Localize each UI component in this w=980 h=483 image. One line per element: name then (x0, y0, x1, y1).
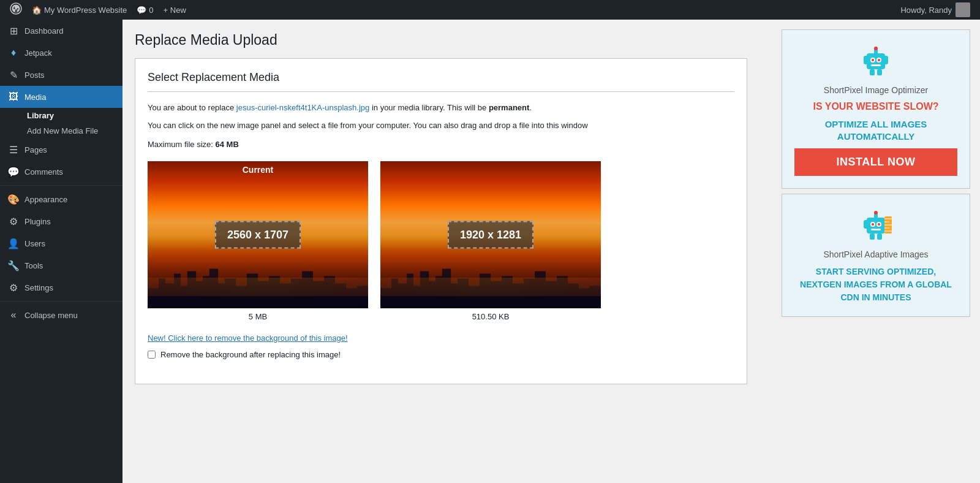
sidebar-item-appearance[interactable]: 🎨 Appearance (0, 188, 123, 210)
sidebar-item-media[interactable]: 🖼 Media (0, 86, 123, 108)
posts-icon: ✎ (7, 69, 20, 81)
svg-rect-17 (877, 234, 882, 240)
sidebar-item-plugins[interactable]: ⚙ Plugins (0, 210, 123, 232)
ad1-optimize-text: OPTIMIZE ALL IMAGES AUTOMATICALLY (794, 118, 957, 142)
adminbar-comments[interactable]: 💬 0 (132, 0, 158, 20)
ad2-start-text: START SERVING OPTIMIZED, NEXTGEN IMAGES … (794, 265, 957, 304)
svg-rect-13 (867, 218, 885, 234)
media-icon: 🖼 (7, 91, 20, 102)
file-size-note: Maximum file size: 64 MB (148, 140, 734, 149)
sidebar-item-settings[interactable]: ⚙ Settings (0, 276, 123, 299)
dashboard-icon: ⊞ (7, 25, 20, 37)
replacement-image-dimensions: 1920 x 1281 (448, 221, 533, 248)
media-submenu: Library Add New Media File (0, 108, 123, 139)
ad1-title: ShortPixel Image Optimizer (824, 85, 928, 95)
replacement-image-wrapper[interactable]: 1920 x 1281 (380, 161, 601, 308)
appearance-icon: 🎨 (7, 194, 20, 205)
adminbar-new[interactable]: + New (159, 0, 191, 20)
checkbox-label: Remove the background after replacing th… (160, 350, 341, 359)
menu-separator (0, 185, 123, 186)
settings-icon: ⚙ (7, 282, 20, 294)
ad-card-2: ShortPixel Adaptive Images START SERVING… (782, 194, 970, 317)
max-size-label: Maximum file size: (148, 140, 213, 149)
desc-end: . (529, 103, 532, 112)
sidebar-item-dashboard[interactable]: ⊞ Dashboard (0, 20, 123, 42)
comments-menu-icon: 💬 (7, 166, 20, 178)
sidebar-item-collapse[interactable]: « Collapse menu (0, 304, 123, 326)
checkbox-row: Remove the background after replacing th… (148, 350, 734, 359)
ad1-install-button[interactable]: INSTALL NOW (794, 148, 957, 176)
adminbar-wp-logo[interactable] (5, 0, 27, 20)
replacement-image-item: 1920 x 1281 510.50 KB (380, 161, 601, 321)
description-line2: You can click on the new image panel and… (148, 120, 734, 132)
current-image-dimensions: 2560 x 1707 (215, 221, 301, 248)
replacement-image-size: 510.50 KB (472, 312, 510, 321)
wp-logo-icon (10, 2, 22, 18)
page-title: Replace Media Upload (135, 32, 760, 48)
main-content-area: Replace Media Upload Select Replacement … (123, 20, 980, 483)
current-image-wrapper[interactable]: Current 2560 x 1707 (148, 161, 368, 308)
sidebar-item-jetpack[interactable]: ♦ Jetpack (0, 42, 123, 64)
users-icon: 👤 (7, 238, 20, 249)
collapse-icon: « (7, 310, 20, 321)
comments-icon: 💬 (137, 6, 146, 15)
svg-rect-3 (883, 56, 888, 64)
admin-sidebar: ⊞ Dashboard ♦ Jetpack ✎ Posts 🖼 Media Li… (0, 20, 123, 483)
svg-point-8 (872, 59, 874, 61)
sidebar-ads: ShortPixel Image Optimizer IS YOUR WEBSI… (772, 20, 980, 483)
ad2-title: ShortPixel Adaptive Images (823, 249, 928, 259)
admin-bar: 🏠 My WordPress Website 💬 0 + New Howdy, … (0, 0, 980, 20)
desc-after: in your media library. This will be (369, 103, 489, 112)
description-line1: You are about to replace jesus-curiel-ns… (148, 102, 734, 115)
bg-remove-link[interactable]: New! Click here to remove the background… (148, 333, 734, 343)
robot-icon-1 (858, 42, 894, 79)
card-title: Select Replacement Media (148, 71, 734, 92)
max-size-value: 64 MB (216, 140, 239, 149)
svg-rect-2 (864, 56, 869, 64)
svg-rect-22 (871, 229, 881, 230)
svg-rect-1 (867, 53, 885, 69)
sidebar-subitem-library[interactable]: Library (22, 108, 123, 123)
user-avatar (956, 2, 970, 17)
sidebar-item-users[interactable]: 👤 Users (0, 232, 123, 254)
svg-point-9 (878, 59, 880, 61)
images-comparison-row: Current 2560 x 1707 5 MB 1920 x 1281 51 (148, 161, 734, 321)
sidebar-item-posts[interactable]: ✎ Posts (0, 64, 123, 86)
desc-before: You are about to replace (148, 103, 236, 112)
plugins-icon: ⚙ (7, 216, 20, 227)
sidebar-item-tools[interactable]: 🔧 Tools (0, 254, 123, 276)
adminbar-site-name[interactable]: 🏠 My WordPress Website (27, 0, 132, 20)
svg-rect-16 (870, 234, 875, 240)
home-icon: 🏠 (32, 6, 42, 15)
tools-icon: 🔧 (7, 260, 20, 272)
current-label: Current (243, 165, 274, 175)
current-image-size: 5 MB (249, 312, 267, 321)
svg-rect-5 (877, 69, 882, 75)
adminbar-howdy[interactable]: Howdy, Randy (895, 2, 975, 17)
permanent-text: permanent (489, 103, 529, 112)
svg-point-20 (872, 223, 874, 226)
ad1-slow-text: IS YOUR WEBSITE SLOW? (813, 101, 938, 112)
pages-icon: ☰ (7, 144, 20, 156)
current-image-item: Current 2560 x 1707 5 MB (148, 161, 368, 321)
sidebar-subitem-add-new[interactable]: Add New Media File (22, 123, 123, 139)
svg-rect-14 (864, 220, 869, 229)
menu-separator-2 (0, 301, 123, 302)
svg-rect-4 (870, 69, 875, 75)
sidebar-item-pages[interactable]: ☰ Pages (0, 139, 123, 161)
svg-point-21 (878, 223, 880, 226)
jetpack-icon: ♦ (7, 47, 20, 58)
remove-bg-checkbox[interactable] (148, 351, 156, 359)
svg-point-24 (874, 211, 878, 215)
main-card: Select Replacement Media You are about t… (135, 58, 747, 384)
svg-rect-10 (871, 64, 881, 66)
file-link[interactable]: jesus-curiel-nskeft4t1KA-unsplash.jpg (236, 103, 370, 112)
content-area: Replace Media Upload Select Replacement … (123, 20, 772, 483)
svg-point-12 (874, 47, 878, 50)
robot-icon-2 (858, 207, 894, 243)
sidebar-item-comments[interactable]: 💬 Comments (0, 161, 123, 183)
ad-card-1: ShortPixel Image Optimizer IS YOUR WEBSI… (782, 29, 970, 189)
